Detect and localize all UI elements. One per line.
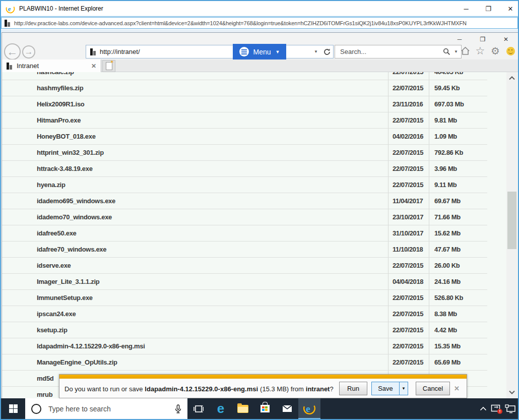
file-name[interactable]: Imager_Lite_3.1.1.zip <box>2 278 388 285</box>
taskbar-search-box[interactable]: Type here to search <box>25 398 187 419</box>
file-size: 15.35 Mb <box>429 338 487 354</box>
inner-close-button[interactable]: ✕ <box>501 36 510 43</box>
scroll-down-icon[interactable] <box>506 387 517 397</box>
site-favicon-icon <box>90 48 96 55</box>
vertical-scrollbar[interactable] <box>506 72 517 398</box>
back-button[interactable]: ← <box>4 43 21 60</box>
new-tab-button[interactable] <box>102 60 115 72</box>
file-size: 697.03 Mb <box>429 96 487 112</box>
file-name[interactable]: HoneyBOT_018.exe <box>2 133 388 140</box>
file-row[interactable]: hashcalc.zip 22/07/2015 404.05 Kb <box>2 72 487 80</box>
file-size: 404.05 Kb <box>429 72 487 80</box>
home-icon[interactable] <box>460 46 470 56</box>
file-row[interactable]: ImmunetSetup.exe 22/07/2015 526.80 Kb <box>2 290 487 306</box>
microsoft-store-icon[interactable] <box>254 398 276 419</box>
file-row[interactable]: idademo70_windows.exe 23/10/2017 71.66 M… <box>2 209 487 225</box>
forward-button[interactable]: → <box>22 45 35 58</box>
file-row[interactable]: idafree70_windows.exe 11/10/2018 47.67 M… <box>2 242 487 258</box>
file-date: 22/07/2015 <box>388 322 429 338</box>
outer-close-button[interactable]: ✕ <box>506 5 515 13</box>
file-name[interactable]: idademo70_windows.exe <box>2 213 388 221</box>
file-name[interactable]: httprint_win32_301.zip <box>2 149 388 156</box>
file-row[interactable]: idserve.exe 22/07/2015 26.00 Kb <box>2 258 487 274</box>
file-name[interactable]: httrack-3.48.19.exe <box>2 165 388 172</box>
save-button[interactable]: Save <box>371 382 400 395</box>
address-dropdown-icon[interactable]: ▼ <box>314 49 318 54</box>
inner-restore-button[interactable]: ❐ <box>478 36 487 43</box>
file-size: 4.42 Mb <box>429 322 487 338</box>
file-name[interactable]: ldapadmin-4.12.15229.0-x86-eng.msi <box>2 342 388 350</box>
file-row[interactable]: HoneyBOT_018.exe 04/02/2016 1.09 Mb <box>2 129 487 145</box>
tab-close-icon[interactable]: ✕ <box>91 63 96 70</box>
file-name[interactable]: ksetup.zip <box>2 326 388 334</box>
file-name[interactable]: ipscan24.exe <box>2 310 388 318</box>
file-row[interactable]: ksetup.zip 22/07/2015 4.42 Mb <box>2 322 487 338</box>
file-row[interactable]: idafree50.exe 31/10/2017 15.62 Mb <box>2 225 487 242</box>
address-bar[interactable]: http://intranet/ ▼ <box>86 45 334 58</box>
outer-minimize-button[interactable]: ─ <box>462 5 471 13</box>
favorites-star-icon[interactable]: ☆ <box>475 46 485 56</box>
search-dropdown-icon[interactable]: ▼ <box>454 49 458 54</box>
file-date: 22/07/2015 <box>388 145 429 160</box>
file-date: 04/04/2018 <box>388 274 429 289</box>
action-alert-icon[interactable]: ! <box>491 404 501 413</box>
file-row[interactable]: httprint_win32_301.zip 22/07/2015 792.86… <box>2 145 487 161</box>
download-question-mark: ? <box>330 385 333 393</box>
svg-text:e: e <box>8 5 11 13</box>
scroll-up-icon[interactable] <box>506 73 517 83</box>
file-size: 8.38 Mb <box>429 306 487 322</box>
file-name[interactable]: hashmyfiles.zip <box>2 84 388 92</box>
file-name[interactable]: idafree50.exe <box>2 229 388 237</box>
new-tab-page-icon <box>106 62 112 70</box>
file-name[interactable]: idserve.exe <box>2 262 388 269</box>
mail-icon[interactable] <box>276 398 298 419</box>
feedback-smiley-icon[interactable] <box>505 46 515 56</box>
search-icon[interactable] <box>443 48 450 55</box>
page-favicon-icon <box>5 20 10 27</box>
file-explorer-icon[interactable] <box>232 398 254 419</box>
file-row[interactable]: hashmyfiles.zip 22/07/2015 59.45 Kb <box>2 80 487 96</box>
cancel-button[interactable]: Cancel <box>416 382 450 395</box>
edge-icon[interactable]: e <box>210 398 232 419</box>
file-name[interactable]: idafree70_windows.exe <box>2 246 388 253</box>
start-button[interactable] <box>1 398 25 419</box>
microphone-icon[interactable] <box>175 404 181 413</box>
file-name[interactable]: idademo695_windows.exe <box>2 197 388 205</box>
file-row[interactable]: idademo695_windows.exe 11/04/2017 69.67 … <box>2 193 487 209</box>
run-button[interactable]: Run <box>339 382 367 395</box>
file-name[interactable]: ImmunetSetup.exe <box>2 294 388 302</box>
file-row[interactable]: ldapadmin-4.12.15229.0-x86-eng.msi 22/07… <box>2 338 487 354</box>
file-size: 1.09 Mb <box>429 129 487 144</box>
file-row[interactable]: HitmanPro.exe 22/07/2015 9.81 Mb <box>2 112 487 129</box>
internet-explorer-taskbar-icon[interactable]: e <box>298 398 320 419</box>
download-filesize: (15.3 MB) <box>260 385 289 393</box>
file-row[interactable]: Helix2009R1.iso 23/11/2016 697.03 Mb <box>2 96 487 112</box>
show-hidden-icons-chevron[interactable] <box>480 406 487 411</box>
svg-text:e: e <box>306 403 310 414</box>
settings-gear-icon[interactable]: ⚙ <box>490 46 500 56</box>
outer-address-bar[interactable]: http://dev.practice-labs.com/device-adva… <box>1 17 518 29</box>
tab-intranet[interactable]: Intranet ✕ <box>2 59 101 72</box>
inner-minimize-button[interactable]: ─ <box>455 36 464 43</box>
file-name[interactable]: hyena.zip <box>2 181 388 189</box>
search-box[interactable]: Search... ▼ <box>335 45 462 58</box>
file-name[interactable]: HitmanPro.exe <box>2 116 388 124</box>
file-row[interactable]: hyena.zip 22/07/2015 9.11 Mb <box>2 177 487 193</box>
file-size: 526.80 Kb <box>429 290 487 306</box>
file-row[interactable]: ipscan24.exe 22/07/2015 8.38 Mb <box>2 306 487 322</box>
file-name[interactable]: hashcalc.zip <box>2 72 388 76</box>
file-row[interactable]: ManageEngine_OpUtils.zip 22/07/2015 65.6… <box>2 354 487 371</box>
menu-button-label: Menu <box>253 48 271 56</box>
file-row[interactable]: httrack-3.48.19.exe 22/07/2015 3.96 Mb <box>2 161 487 177</box>
outer-maximize-button[interactable]: ❐ <box>484 5 493 13</box>
menu-button[interactable]: Menu ▼ <box>233 44 286 59</box>
file-name[interactable]: Helix2009R1.iso <box>2 100 388 108</box>
download-bar-close-icon[interactable]: ✕ <box>454 385 460 392</box>
network-icon[interactable] <box>505 404 516 413</box>
file-row[interactable]: Imager_Lite_3.1.1.zip 04/04/2018 24.16 M… <box>2 274 487 290</box>
scrollbar-thumb[interactable] <box>507 192 516 249</box>
file-name[interactable]: ManageEngine_OpUtils.zip <box>2 358 388 366</box>
refresh-icon[interactable] <box>323 48 331 56</box>
task-view-button[interactable] <box>187 398 210 419</box>
save-dropdown-button[interactable]: ▼ <box>400 382 408 395</box>
